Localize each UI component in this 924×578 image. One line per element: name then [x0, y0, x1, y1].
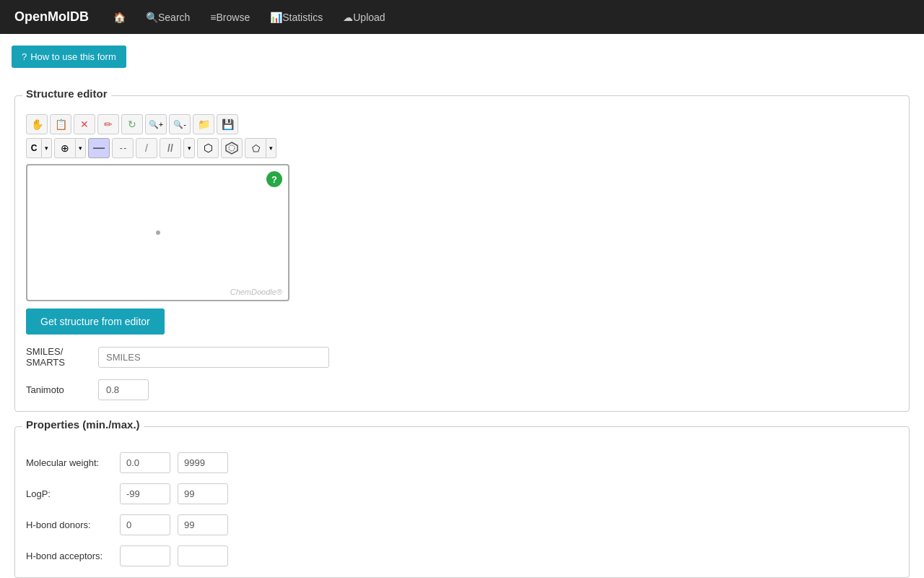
- nav-statistics[interactable]: 📊 Statistics: [260, 0, 333, 34]
- hexagon-aromatic-button[interactable]: [221, 138, 243, 158]
- molecular-weight-min[interactable]: [120, 452, 170, 473]
- structure-editor-section: Structure editor ✋ 📋 ✕ ✏ ↻ 🔍+ 🔍- 📁 💾 C ▾…: [14, 95, 910, 412]
- zoom-in-tool[interactable]: 🔍+: [145, 114, 167, 134]
- question-icon: ?: [22, 51, 27, 62]
- hbond-acceptors-min[interactable]: [120, 545, 170, 566]
- molecular-weight-row: Molecular weight:: [26, 452, 898, 473]
- ring-more-group: ⬠ ▾: [245, 138, 276, 158]
- carbon-dropdown-arrow[interactable]: ▾: [42, 138, 52, 158]
- svg-point-1: [229, 145, 235, 151]
- properties-section: Properties (min./max.) Molecular weight:…: [14, 426, 910, 578]
- save-tool[interactable]: 💾: [217, 114, 238, 134]
- hbond-acceptors-row: H-bond acceptors:: [26, 545, 898, 566]
- molecular-weight-label: Molecular weight:: [26, 457, 113, 468]
- chemdoodle-watermark: ChemDoodle®: [230, 288, 282, 296]
- tanimoto-label: Tanimoto: [26, 384, 91, 395]
- toolbar-row-1: ✋ 📋 ✕ ✏ ↻ 🔍+ 🔍- 📁 💾: [26, 114, 898, 134]
- lasso-tool[interactable]: ✏: [97, 114, 119, 134]
- zoom-out-tool[interactable]: 🔍-: [169, 114, 191, 134]
- properties-title: Properties (min./max.): [22, 418, 144, 431]
- smiles-label: SMILES/ SMARTS: [26, 346, 91, 368]
- ring-more-arrow[interactable]: ▾: [266, 138, 276, 158]
- open-file-tool[interactable]: 📁: [193, 114, 214, 134]
- get-structure-button[interactable]: Get structure from editor: [26, 309, 165, 335]
- nav-upload[interactable]: ☁ Upload: [333, 0, 395, 34]
- plus-dropdown-arrow[interactable]: ▾: [76, 138, 86, 158]
- hexagon-button[interactable]: ⬡: [197, 138, 219, 158]
- carbon-button[interactable]: C: [26, 138, 42, 158]
- rotate-tool[interactable]: ↻: [121, 114, 143, 134]
- eraser-tool[interactable]: ✕: [74, 114, 95, 134]
- dash-bond-button[interactable]: - -: [112, 138, 134, 158]
- molecular-weight-max[interactable]: [178, 452, 228, 473]
- home-icon: 🏠: [113, 12, 126, 23]
- hbond-donors-row: H-bond donors:: [26, 514, 898, 535]
- hand-tool[interactable]: ✋: [26, 114, 48, 134]
- hbond-donors-label: H-bond donors:: [26, 519, 113, 530]
- toolbar-row-2: C ▾ ⊕ ▾ — - - / // ▾ ⬡ ⬠ ▾: [26, 138, 898, 158]
- plus-button[interactable]: ⊕: [54, 138, 76, 158]
- bond-more-arrow[interactable]: ▾: [183, 138, 195, 158]
- how-to-button[interactable]: ? How to use this form: [12, 46, 126, 68]
- svg-marker-0: [226, 142, 237, 154]
- plus-dropdown-group: ⊕ ▾: [54, 138, 86, 158]
- hbond-donors-max[interactable]: [178, 514, 228, 535]
- solid-bond-button[interactable]: —: [88, 138, 110, 158]
- structure-editor-title: Structure editor: [22, 87, 111, 100]
- bold-bond-button[interactable]: //: [160, 138, 181, 158]
- search-icon: 🔍: [146, 12, 158, 23]
- pentagon-button[interactable]: ⬠: [245, 138, 266, 158]
- nav-search[interactable]: 🔍 Search: [136, 0, 200, 34]
- hbond-acceptors-max[interactable]: [178, 545, 228, 566]
- main-content: Structure editor ✋ 📋 ✕ ✏ ↻ 🔍+ 🔍- 📁 💾 C ▾…: [0, 74, 924, 578]
- copy-tool[interactable]: 📋: [50, 114, 71, 134]
- tanimoto-input[interactable]: [98, 379, 149, 400]
- logp-min[interactable]: [120, 483, 170, 504]
- logp-label: LogP:: [26, 488, 113, 499]
- browse-icon: ≡: [210, 12, 216, 23]
- canvas-center-dot: [156, 230, 160, 235]
- nav-browse[interactable]: ≡ Browse: [200, 0, 260, 34]
- brand: OpenMolDB: [7, 9, 96, 25]
- structure-canvas[interactable]: ? ChemDoodle®: [26, 164, 289, 301]
- hbond-acceptors-label: H-bond acceptors:: [26, 551, 113, 561]
- canvas-help-icon[interactable]: ?: [266, 171, 282, 187]
- navbar: OpenMolDB 🏠 🔍 Search ≡ Browse 📊 Statisti…: [0, 0, 924, 34]
- tanimoto-row: Tanimoto: [26, 379, 898, 400]
- smiles-row: SMILES/ SMARTS: [26, 346, 898, 368]
- statistics-icon: 📊: [270, 12, 282, 23]
- upload-icon: ☁: [343, 12, 353, 23]
- carbon-dropdown-group: C ▾: [26, 138, 52, 158]
- bond-more-group: ▾: [183, 138, 195, 158]
- logp-max[interactable]: [178, 483, 228, 504]
- nav-home[interactable]: 🏠: [103, 0, 136, 34]
- single-bond-button[interactable]: /: [136, 138, 157, 158]
- hbond-donors-min[interactable]: [120, 514, 170, 535]
- smiles-input[interactable]: [98, 347, 329, 368]
- logp-row: LogP:: [26, 483, 898, 504]
